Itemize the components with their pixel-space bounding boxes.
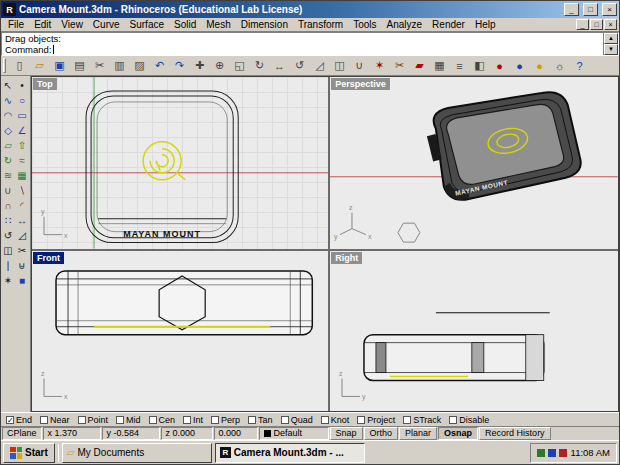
osnap-perp[interactable]: Perp [211,415,240,425]
checkbox-icon[interactable] [449,416,457,424]
scroll-up-icon[interactable]: ▲ [604,33,618,44]
layer-selector[interactable]: Default [259,427,329,440]
curve-icon[interactable]: ∿ [1,93,15,108]
taskbar-button-rhino[interactable]: RCamera Mount.3dm - ... [215,443,365,463]
scroll-down-icon[interactable]: ▼ [604,44,618,55]
menu-edit[interactable]: Edit [29,18,56,31]
solid-box-icon[interactable]: ■ [15,273,29,288]
osnap-near[interactable]: Near [40,415,70,425]
split-icon[interactable]: ∣ [1,258,15,273]
checkbox-icon[interactable] [40,416,48,424]
join-curves-icon[interactable]: ⊎ [15,258,29,273]
status-toggle-snap[interactable]: Snap [330,427,363,440]
move-object-icon[interactable]: ↔ [15,213,29,228]
status-toggle-ortho[interactable]: Ortho [364,427,399,440]
osnap-end[interactable]: ✓End [6,415,32,425]
osnap-strack[interactable]: STrack [403,415,441,425]
help-icon[interactable]: ? [570,57,589,74]
viewport-perspective-canvas[interactable]: MAYAN MOUNT zxy [330,77,618,249]
surface-icon[interactable]: ▱ [1,138,15,153]
osnap-point[interactable]: Point [78,415,109,425]
checkbox-icon[interactable] [149,416,157,424]
osnap-knot[interactable]: Knot [321,415,350,425]
checkbox-icon[interactable] [211,416,219,424]
menu-analyze[interactable]: Analyze [382,18,428,31]
rotate-icon[interactable]: ↺ [1,228,15,243]
checkbox-icon[interactable] [357,416,365,424]
camera-mount-model-front[interactable] [56,271,312,335]
osnap-quad[interactable]: Quad [281,415,313,425]
cut-icon[interactable]: ✂ [90,57,109,74]
osnap-tan[interactable]: Tan [248,415,273,425]
camera-mount-model-right[interactable] [364,334,544,380]
menu-tools[interactable]: Tools [348,18,381,31]
point-icon[interactable]: • [15,78,29,93]
copy-icon[interactable]: ▥ [110,57,129,74]
new-file-icon[interactable]: ▯ [10,57,29,74]
start-button[interactable]: Start [3,443,55,463]
pan-icon[interactable]: ✚ [190,57,209,74]
menu-dimension[interactable]: Dimension [236,18,293,31]
polygon-icon[interactable]: ◇ [1,123,15,138]
menu-mesh[interactable]: Mesh [201,18,235,31]
menu-render[interactable]: Render [427,18,470,31]
menu-file[interactable]: File [3,18,29,31]
menu-help[interactable]: Help [470,18,501,31]
grid-snap-icon[interactable]: ▦ [430,57,449,74]
command-history[interactable]: Drag objects: Command: [2,33,603,55]
menu-curve[interactable]: Curve [88,18,125,31]
menu-view[interactable]: View [56,18,88,31]
shaded-view-icon[interactable]: ● [510,57,529,74]
viewport-perspective-label[interactable]: Perspective [331,78,390,90]
fillet-icon[interactable]: ◜ [15,198,29,213]
loft-icon[interactable]: ≋ [1,168,15,183]
maximize-button[interactable]: □ [583,3,598,16]
open-folder-icon[interactable]: ▱ [30,57,49,74]
scale-object-icon[interactable]: ◿ [15,228,29,243]
mirror-object-icon[interactable]: ◫ [1,243,15,258]
options-icon[interactable]: ☼ [550,57,569,74]
paste-icon[interactable]: ▨ [130,57,149,74]
boolean-union-icon[interactable]: ∪ [1,183,15,198]
save-icon[interactable]: ▣ [50,57,69,74]
trim-curve-icon[interactable]: ✂ [15,243,29,258]
camera-mount-model-top[interactable]: MAYAN MOUNT [86,91,238,243]
viewport-right-label[interactable]: Right [331,252,362,264]
viewport-top[interactable]: Top [32,77,328,249]
extrude-icon[interactable]: ⇧ [15,138,29,153]
print-icon[interactable]: ▤ [70,57,89,74]
toolbar-drag-handle[interactable] [3,58,6,73]
viewport-front[interactable]: Front [32,251,328,411]
updates-icon[interactable] [559,449,567,457]
checkbox-icon[interactable]: ✓ [6,416,14,424]
render-icon[interactable]: ● [490,57,509,74]
viewport-front-label[interactable]: Front [33,252,64,264]
material-icon[interactable]: ● [530,57,549,74]
viewport-top-label[interactable]: Top [33,78,57,90]
command-prompt-row[interactable]: Command: [2,44,603,55]
scheduler-icon[interactable] [537,449,545,457]
revolve-icon[interactable]: ↻ [1,153,15,168]
status-toggle-planar[interactable]: Planar [399,427,437,440]
ground-hexagon[interactable] [398,223,420,242]
boolean-intersection-icon[interactable]: ∩ [1,198,15,213]
taskbar-button-folder[interactable]: ▱My Documents [62,443,212,463]
osnap-int[interactable]: Int [183,415,203,425]
osnap-mid[interactable]: Mid [116,415,141,425]
checkbox-icon[interactable] [281,416,289,424]
osnap-project[interactable]: Project [357,415,395,425]
explode-object-icon[interactable]: ✶ [1,273,15,288]
volume-icon[interactable] [548,449,556,457]
osnap-cen[interactable]: Cen [149,415,176,425]
menu-solid[interactable]: Solid [169,18,201,31]
checkbox-icon[interactable] [116,416,124,424]
menu-transform[interactable]: Transform [293,18,348,31]
undo-icon[interactable]: ↶ [150,57,169,74]
child-restore-button[interactable]: □ [590,19,603,30]
viewport-front-canvas[interactable]: xz [32,251,328,411]
status-toggle-osnap[interactable]: Osnap [438,427,478,440]
circle-icon[interactable]: ○ [15,93,29,108]
boolean-difference-icon[interactable]: ∖ [15,183,29,198]
join-icon[interactable]: ∪ [350,57,369,74]
viewport-right-canvas[interactable]: yz [330,251,618,411]
